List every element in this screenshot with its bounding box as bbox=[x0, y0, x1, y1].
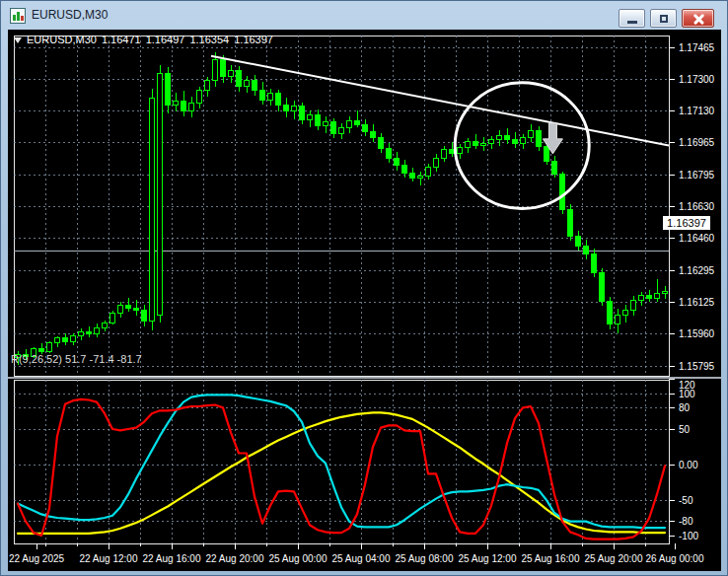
indicator-axis-label: -100 bbox=[679, 531, 698, 541]
candle-bearish bbox=[552, 161, 557, 175]
bid-price-tag: 1.16397 bbox=[663, 216, 710, 230]
candle-bearish bbox=[126, 305, 131, 308]
time-axis-label: 22 Aug 16:00 bbox=[143, 553, 201, 564]
candle-bearish bbox=[134, 308, 139, 311]
candle-bullish bbox=[663, 292, 668, 294]
candle-bearish bbox=[608, 301, 613, 324]
indicator-axis-label: -80 bbox=[679, 516, 693, 527]
price-axis-label: 1.16125 bbox=[679, 297, 715, 308]
candle-bearish bbox=[142, 311, 147, 322]
candle-bullish bbox=[118, 305, 123, 314]
candle-bullish bbox=[442, 149, 447, 158]
candle-bearish bbox=[39, 349, 44, 352]
candle-bullish bbox=[639, 295, 644, 300]
candle-bullish bbox=[521, 138, 526, 144]
close-button[interactable] bbox=[682, 9, 714, 28]
time-axis-label: 25 Aug 04:00 bbox=[332, 553, 391, 564]
time-axis-label: 22 Aug 20:00 bbox=[206, 553, 264, 564]
candle-bullish bbox=[189, 103, 194, 111]
candle-bearish bbox=[276, 93, 281, 106]
app-icon bbox=[10, 8, 26, 24]
window-title: EURUSD,M30 bbox=[32, 8, 108, 22]
candle-bearish bbox=[166, 73, 171, 106]
candle-bearish bbox=[63, 338, 68, 342]
price-axis-label: 1.17130 bbox=[679, 106, 715, 116]
price-axis-label: 1.17465 bbox=[679, 42, 715, 53]
candle-bearish bbox=[402, 166, 407, 174]
candle-bearish bbox=[592, 254, 597, 272]
candle-bearish bbox=[237, 70, 242, 86]
candle-bullish bbox=[481, 144, 486, 146]
title-bar[interactable]: EURUSD,M30 bbox=[1, 1, 727, 30]
candle-bearish bbox=[87, 331, 92, 333]
candle-bearish bbox=[316, 115, 321, 126]
price-axis-label: 1.15960 bbox=[679, 328, 715, 339]
chart-canvas[interactable]: 1.174651.173001.171301.169651.167951.166… bbox=[8, 30, 721, 571]
indicator-axis-label: 80 bbox=[679, 402, 691, 413]
candle-bearish bbox=[363, 124, 368, 131]
candle-bearish bbox=[576, 236, 581, 246]
candle-bullish bbox=[150, 98, 155, 321]
candle-bullish bbox=[434, 158, 439, 168]
minimize-button[interactable] bbox=[619, 9, 645, 28]
candle-bullish bbox=[71, 335, 76, 342]
candle-bullish bbox=[292, 107, 297, 111]
time-axis-label: 25 Aug 08:00 bbox=[396, 553, 454, 564]
candle-bearish bbox=[253, 81, 257, 91]
candle-bullish bbox=[426, 168, 431, 177]
candle-bullish bbox=[466, 142, 471, 148]
terminal-window: EURUSD,M30 1.174651.173001.171301.169651… bbox=[0, 0, 728, 576]
header-low: 1.16354 bbox=[189, 34, 229, 45]
candle-bearish bbox=[395, 158, 400, 166]
candle-bearish bbox=[450, 149, 455, 153]
candle-bullish bbox=[655, 294, 660, 299]
restore-button[interactable] bbox=[650, 9, 677, 28]
time-axis-label: 22 Aug 2025 bbox=[9, 553, 65, 564]
candle-bullish bbox=[158, 73, 163, 316]
price-axis-label: 1.16460 bbox=[679, 233, 715, 244]
candle-bullish bbox=[418, 177, 423, 179]
candle-bearish bbox=[600, 272, 605, 301]
indicator-label: R(9,26,52) 51.7 -71.4 -81.7 bbox=[11, 353, 142, 365]
candle-bearish bbox=[284, 106, 289, 111]
time-axis-label: 25 Aug 12:00 bbox=[459, 553, 517, 564]
candle-bullish bbox=[347, 120, 352, 127]
indicator-axis-label: 50 bbox=[679, 424, 691, 435]
indicator-axis-label: 0.00 bbox=[679, 460, 698, 470]
price-axis-label: 1.16965 bbox=[679, 137, 715, 148]
candle-bullish bbox=[47, 343, 52, 352]
candle-bearish bbox=[331, 121, 336, 133]
candle-bearish bbox=[568, 209, 573, 236]
candle-bearish bbox=[545, 147, 549, 162]
candle-bullish bbox=[623, 311, 628, 316]
candle-bullish bbox=[497, 136, 502, 140]
candle-bearish bbox=[221, 60, 226, 77]
minimize-icon bbox=[627, 21, 637, 24]
candle-bearish bbox=[387, 149, 392, 159]
pane-separator[interactable] bbox=[8, 377, 721, 379]
indicator-axis-label: -50 bbox=[679, 495, 693, 506]
candle-bullish bbox=[529, 130, 534, 138]
candle-bullish bbox=[197, 91, 202, 104]
candle-bearish bbox=[182, 101, 186, 111]
candle-bearish bbox=[379, 138, 384, 149]
chart-client-area[interactable]: 1.174651.173001.171301.169651.167951.166… bbox=[8, 30, 721, 571]
indicator-pane[interactable] bbox=[14, 380, 669, 543]
candle-bullish bbox=[245, 81, 250, 87]
indicator-axis-label: 100 bbox=[679, 389, 695, 399]
price-axis-label: 1.16795 bbox=[679, 170, 715, 180]
candle-bearish bbox=[647, 295, 652, 298]
price-axis-label: 1.15795 bbox=[679, 361, 715, 372]
candle-bearish bbox=[505, 136, 510, 140]
candle-bullish bbox=[174, 101, 179, 106]
candle-bearish bbox=[260, 91, 265, 101]
candle-bullish bbox=[55, 338, 60, 343]
price-axis-label: 1.16630 bbox=[679, 201, 715, 212]
time-axis-label: 26 Aug 00:00 bbox=[646, 553, 704, 564]
candle-bullish bbox=[268, 93, 273, 100]
time-axis-label: 22 Aug 12:00 bbox=[80, 553, 138, 564]
candle-bearish bbox=[537, 130, 542, 146]
candle-bullish bbox=[339, 127, 344, 133]
candle-bearish bbox=[560, 175, 565, 210]
header-high: 1.16497 bbox=[146, 34, 185, 45]
